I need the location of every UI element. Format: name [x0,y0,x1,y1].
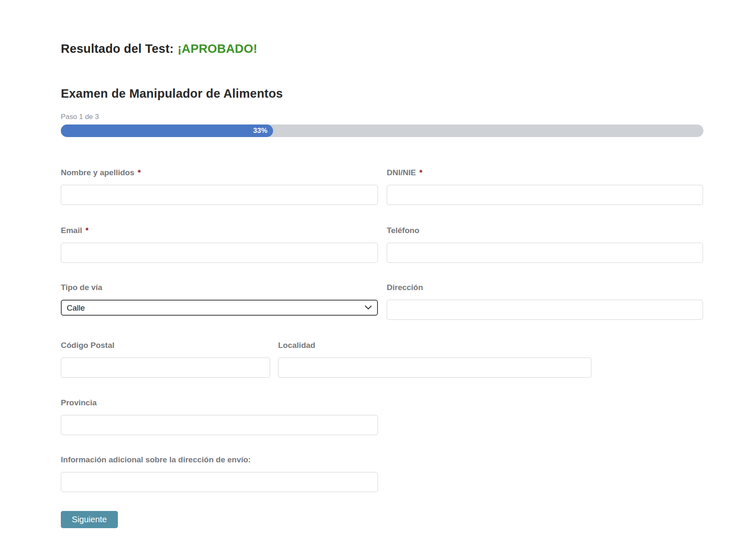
progress-step-label: Paso 1 de 3 [61,112,99,122]
field-group-localidad: Localidad [278,340,591,378]
field-group-email: Email* [61,226,378,263]
nombre-input[interactable] [61,185,378,205]
provincia-label: Provincia [61,398,378,408]
field-group-telefono: Teléfono [387,226,703,263]
info-adicional-label: Información adicional sobre la dirección… [61,455,378,465]
field-group-provincia: Provincia [61,398,378,435]
field-group-tipo-via: Tipo de vía Calle [61,283,378,316]
field-group-codigo-postal: Código Postal [61,340,270,378]
result-heading-prefix: Resultado del Test: [61,42,174,55]
required-asterisk: * [419,168,422,177]
provincia-input[interactable] [61,415,378,435]
field-group-direccion: Dirección [387,283,703,320]
localidad-label: Localidad [278,340,591,350]
tipo-via-label: Tipo de vía [61,283,378,293]
email-input[interactable] [61,243,378,263]
exam-form-page: Resultado del Test:¡APROBADO! Examen de … [61,0,703,560]
dni-input[interactable] [387,185,703,205]
email-label: Email* [61,226,378,236]
codigo-postal-label: Código Postal [61,340,270,350]
progress-percent-label: 33% [253,127,268,135]
tipo-via-select[interactable]: Calle [61,300,378,316]
info-adicional-input[interactable] [61,472,378,492]
result-status-badge: ¡APROBADO! [177,42,258,55]
result-heading: Resultado del Test:¡APROBADO! [61,41,258,56]
direccion-input[interactable] [387,300,703,320]
next-button[interactable]: Siguiente [61,511,118,528]
tipo-via-select-wrap: Calle [61,300,378,316]
telefono-input[interactable] [387,243,703,263]
form-title: Examen de Manipulador de Alimentos [61,86,283,101]
required-asterisk: * [86,226,89,235]
field-group-nombre: Nombre y apellidos* [61,168,378,205]
dni-label: DNI/NIE* [387,168,703,178]
codigo-postal-input[interactable] [61,358,270,378]
progress-fill: 33% [61,124,273,137]
telefono-label: Teléfono [387,226,703,236]
nombre-label: Nombre y apellidos* [61,168,378,178]
field-group-dni: DNI/NIE* [387,168,703,205]
field-group-info-adicional: Información adicional sobre la dirección… [61,455,378,492]
direccion-label: Dirección [387,283,703,293]
progress-track: 33% [61,124,703,137]
required-asterisk: * [138,168,141,177]
localidad-input[interactable] [278,358,591,378]
